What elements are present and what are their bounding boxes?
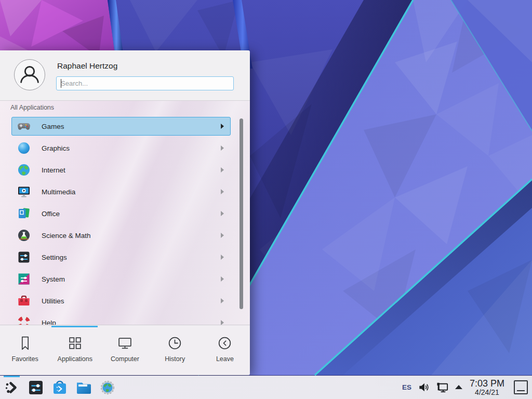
submenu-arrow-icon	[221, 320, 224, 325]
keyboard-layout-indicator[interactable]: ES	[402, 383, 411, 391]
active-tab-indicator	[51, 326, 98, 327]
applications-grid-icon	[67, 335, 83, 351]
volume-icon[interactable]	[418, 381, 430, 393]
multimedia-icon	[17, 185, 31, 198]
category-list: Games Graphics	[11, 117, 231, 325]
taskbar: ES 7:03 PM 4/2	[0, 376, 532, 399]
system-settings-button[interactable]	[28, 379, 44, 396]
tab-computer[interactable]: Computer	[100, 325, 150, 375]
dolphin-file-manager-button[interactable]	[75, 379, 92, 396]
section-label: All Applications	[10, 104, 54, 111]
category-row-multimedia[interactable]: Multimedia	[11, 182, 231, 201]
launcher-header: Raphael Hertzog	[0, 50, 250, 100]
submenu-arrow-icon	[221, 124, 224, 129]
category-row-science-math[interactable]: Science & Math	[11, 226, 231, 245]
launcher-active-indicator	[4, 376, 20, 377]
submenu-arrow-icon	[221, 255, 224, 260]
user-avatar[interactable]	[14, 59, 45, 90]
category-row-system[interactable]: System	[11, 270, 231, 288]
system-icon	[17, 272, 31, 286]
show-desktop-icon	[517, 390, 525, 391]
search-input[interactable]	[56, 76, 234, 90]
submenu-arrow-icon	[221, 189, 224, 194]
scrollbar-handle[interactable]	[240, 118, 243, 309]
tab-bar: Favorites Applications Computer	[0, 325, 250, 375]
submenu-arrow-icon	[221, 298, 224, 303]
tab-history[interactable]: History	[150, 325, 200, 375]
tab-applications[interactable]: Applications	[50, 325, 100, 375]
games-icon	[17, 119, 31, 133]
submenu-arrow-icon	[221, 233, 224, 238]
application-launcher-button[interactable]	[4, 379, 20, 396]
tray-expand-arrow-icon[interactable]	[455, 385, 462, 389]
internet-icon	[17, 163, 31, 177]
text-cursor	[61, 79, 61, 88]
office-icon	[17, 207, 31, 220]
network-icon[interactable]	[436, 381, 449, 394]
submenu-arrow-icon	[221, 276, 224, 282]
globe-gear-button[interactable]	[99, 379, 116, 396]
history-clock-icon	[167, 335, 183, 351]
discover-button[interactable]	[51, 379, 68, 396]
leave-icon	[217, 335, 233, 351]
category-row-games[interactable]: Games	[11, 117, 231, 136]
tab-leave[interactable]: Leave	[200, 325, 250, 375]
clock-date: 4/24/21	[470, 389, 504, 396]
submenu-arrow-icon	[221, 167, 224, 172]
category-row-internet[interactable]: Internet	[11, 161, 231, 179]
utilities-icon	[17, 294, 31, 308]
category-row-office[interactable]: Office	[11, 204, 231, 223]
desktop: Raphael Hertzog All Applications Games	[0, 0, 532, 399]
settings-icon	[17, 250, 31, 264]
computer-monitor-icon	[117, 335, 133, 351]
user-name: Raphael Hertzog	[57, 61, 117, 71]
category-row-graphics[interactable]: Graphics	[11, 139, 231, 157]
tab-favorites[interactable]: Favorites	[0, 325, 50, 375]
graphics-icon	[17, 141, 31, 155]
show-desktop-button[interactable]	[514, 380, 528, 394]
category-list-area: All Applications Games	[0, 101, 250, 325]
science-icon	[17, 229, 31, 242]
favorites-bookmark-icon	[17, 335, 33, 351]
submenu-arrow-icon	[221, 211, 224, 216]
submenu-arrow-icon	[221, 145, 224, 151]
clock-time: 7:03 PM	[470, 379, 504, 389]
application-launcher-popup: Raphael Hertzog All Applications Games	[0, 50, 250, 375]
clock[interactable]: 7:03 PM 4/24/21	[469, 379, 506, 396]
help-icon	[17, 316, 31, 325]
category-row-help[interactable]: Help	[11, 313, 231, 325]
category-row-settings[interactable]: Settings	[11, 248, 231, 267]
category-row-utilities[interactable]: Utilities	[11, 291, 231, 310]
